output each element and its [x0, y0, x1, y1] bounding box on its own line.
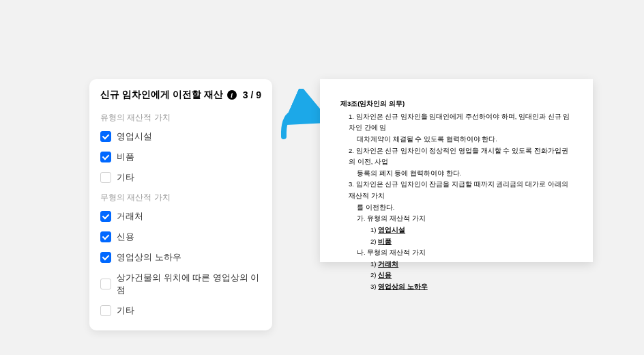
checkbox-item[interactable]: 영업상의 노하우	[89, 247, 272, 268]
checkbox-unchecked-icon	[100, 305, 111, 316]
checkbox-label: 비품	[117, 151, 134, 163]
checkbox-checked-icon	[100, 131, 111, 142]
checkbox-label: 기타	[117, 171, 134, 184]
checkbox-item[interactable]: 기타	[89, 167, 272, 188]
document-line: 등록의 폐지 등에 협력하여야 한다.	[340, 168, 572, 180]
card-title: 신규 임차인에게 이전할 재산	[100, 89, 223, 101]
info-icon[interactable]: i	[227, 90, 237, 100]
checkbox-label: 영업상의 노하우	[117, 251, 181, 264]
document-line: 1) 영업시설	[340, 225, 572, 236]
document-line: 2. 임차인은 신규 임차인이 정상적인 영업을 개시할 수 있도록 전화가입권…	[340, 145, 572, 168]
document-article-title: 제3조(임차인의 의무)	[340, 98, 572, 110]
checkbox-checked-icon	[100, 252, 111, 263]
checkbox-checked-icon	[100, 152, 111, 162]
checkbox-label: 영업시설	[117, 130, 152, 143]
document-line: 1. 임차인은 신규 임차인을 임대인에게 주선하여야 하며, 임대인과 신규 …	[340, 111, 572, 134]
document-line: 가. 유형의 재산적 가치	[340, 213, 572, 225]
document-line: 대차계약이 체결될 수 있도록 협력하여야 한다.	[340, 134, 572, 145]
checkbox-item[interactable]: 신용	[89, 227, 272, 247]
checkbox-unchecked-icon	[100, 172, 111, 183]
checkbox-item[interactable]: 비품	[89, 147, 272, 167]
document-line: 2) 비품	[340, 236, 572, 248]
card-title-wrap: 신규 임차인에게 이전할 재산 i	[100, 89, 237, 101]
checkbox-label: 상가건물의 위치에 따른 영업상의 이점	[117, 272, 261, 296]
checkbox-checked-icon	[100, 231, 111, 242]
section-label-intangible: 무형의 재산적 가치	[89, 188, 272, 206]
document-line: 나. 무형의 재산적 가치	[340, 247, 572, 259]
checkbox-label: 신용	[117, 231, 134, 243]
document-preview: 제3조(임차인의 의무) 1. 임차인은 신규 임차인을 임대인에게 주선하여야…	[320, 79, 593, 262]
document-line: 3) 영업상의 노하우	[340, 281, 572, 293]
document-line: 3. 임차인은 신규 임차인이 잔금을 지급할 때까지 권리금의 대가로 아래의…	[340, 179, 572, 201]
progress-counter: 3 / 9	[243, 89, 261, 100]
checkbox-item[interactable]: 영업시설	[89, 126, 272, 147]
checkbox-label: 기타	[117, 304, 134, 317]
document-line: 를 이전한다.	[340, 202, 572, 214]
section-label-tangible: 유형의 재산적 가치	[89, 108, 272, 126]
checkbox-item[interactable]: 거래처	[89, 206, 272, 227]
checkbox-item[interactable]: 기타	[89, 300, 272, 321]
checkbox-label: 거래처	[117, 210, 143, 223]
card-header: 신규 임차인에게 이전할 재산 i 3 / 9	[89, 79, 272, 108]
document-line: 2) 신용	[340, 270, 572, 281]
checkbox-unchecked-icon	[100, 279, 111, 289]
document-line: 1) 거래처	[340, 259, 572, 270]
checkbox-item[interactable]: 상가건물의 위치에 따른 영업상의 이점	[89, 268, 272, 300]
checkbox-checked-icon	[100, 211, 111, 222]
checklist-card: 신규 임차인에게 이전할 재산 i 3 / 9 유형의 재산적 가치 영업시설 …	[89, 79, 272, 330]
